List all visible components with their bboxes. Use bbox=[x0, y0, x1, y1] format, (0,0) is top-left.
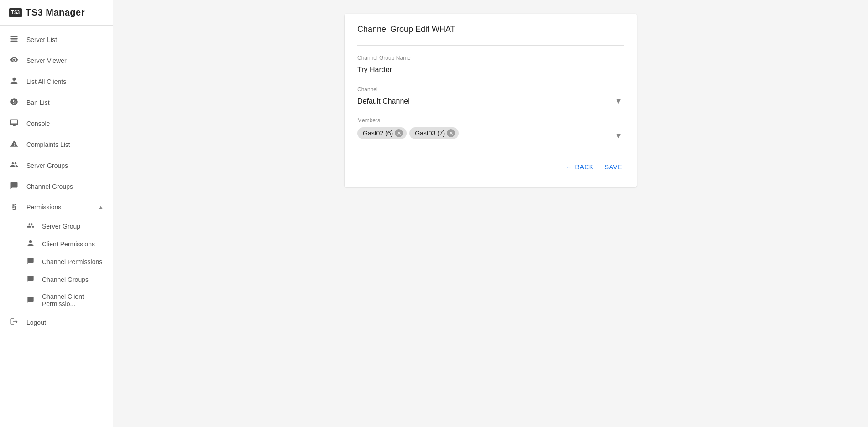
save-button[interactable]: SAVE bbox=[603, 160, 624, 174]
members-container: Gast02 (6) ✕ Gast03 (7) ✕ ▼ bbox=[357, 125, 624, 145]
sub-server-group-icon bbox=[26, 222, 36, 230]
svg-rect-2 bbox=[11, 41, 18, 42]
sidebar: TS3 TS3 Manager Server List Server Viewe… bbox=[0, 0, 113, 427]
channel-field: Channel Default Channel ▼ bbox=[357, 86, 624, 108]
card-title: Channel Group Edit WHAT bbox=[357, 25, 624, 34]
sidebar-label-server-groups: Server Groups bbox=[26, 162, 104, 169]
sidebar-item-channel-permissions[interactable]: Channel Permissions bbox=[0, 253, 113, 271]
sidebar-label-permissions: Permissions bbox=[26, 203, 91, 211]
channel-select[interactable]: Default Channel bbox=[357, 94, 624, 108]
sidebar-label-ban-list: Ban List bbox=[26, 99, 104, 106]
chip-close-0[interactable]: ✕ bbox=[395, 129, 403, 137]
member-chip-1: Gast03 (7) ✕ bbox=[409, 127, 459, 139]
back-arrow-icon: ← bbox=[566, 163, 573, 171]
member-chip-0: Gast02 (6) ✕ bbox=[357, 127, 407, 139]
sidebar-item-client-permissions[interactable]: Client Permissions bbox=[0, 235, 113, 253]
sidebar-label-list-all-clients: List All Clients bbox=[26, 78, 104, 85]
sidebar-item-server-group[interactable]: Server Group bbox=[0, 217, 113, 235]
name-input[interactable] bbox=[357, 63, 624, 77]
sidebar-item-channel-groups[interactable]: Channel Groups bbox=[0, 176, 113, 197]
sidebar-item-logout[interactable]: Logout bbox=[0, 312, 113, 333]
list-all-clients-icon bbox=[9, 77, 19, 87]
main-content: Channel Group Edit WHAT Channel Group Na… bbox=[113, 0, 868, 427]
members-label: Members bbox=[357, 117, 624, 124]
sidebar-label-console: Console bbox=[26, 120, 104, 127]
sidebar-item-channel-client-permissions[interactable]: Channel Client Permissio... bbox=[0, 288, 113, 312]
members-field: Members Gast02 (6) ✕ Gast03 (7) ✕ ▼ bbox=[357, 117, 624, 145]
sidebar-label-channel-permissions: Channel Permissions bbox=[42, 258, 104, 266]
sidebar-label-server-list: Server List bbox=[26, 36, 104, 43]
sidebar-label-channel-groups-sub: Channel Groups bbox=[42, 276, 104, 283]
sub-channel-permissions-icon bbox=[26, 257, 36, 266]
channel-group-edit-card: Channel Group Edit WHAT Channel Group Na… bbox=[345, 14, 637, 187]
chip-label-1: Gast03 (7) bbox=[415, 130, 445, 137]
sidebar-label-logout: Logout bbox=[26, 319, 104, 326]
console-icon bbox=[9, 119, 19, 129]
card-divider-top bbox=[357, 45, 624, 46]
back-button[interactable]: ← BACK bbox=[564, 160, 596, 174]
logo: TS3 TS3 Manager bbox=[0, 0, 113, 26]
sidebar-label-channel-client-permissions: Channel Client Permissio... bbox=[42, 293, 104, 307]
sidebar-item-list-all-clients[interactable]: List All Clients bbox=[0, 71, 113, 92]
ban-list-icon bbox=[9, 98, 19, 108]
chip-close-1[interactable]: ✕ bbox=[447, 129, 455, 137]
channel-label: Channel bbox=[357, 86, 624, 93]
sidebar-label-client-permissions: Client Permissions bbox=[42, 240, 104, 248]
card-actions: ← BACK SAVE bbox=[357, 160, 624, 174]
chip-label-0: Gast02 (6) bbox=[363, 130, 393, 137]
sub-channel-client-icon bbox=[26, 296, 36, 305]
sidebar-item-complaints-list[interactable]: Complaints List bbox=[0, 134, 113, 155]
sidebar-item-channel-groups-sub[interactable]: Channel Groups bbox=[0, 271, 113, 288]
server-list-icon bbox=[9, 35, 19, 45]
sidebar-item-server-groups[interactable]: Server Groups bbox=[0, 155, 113, 176]
permissions-chevron-icon: ▲ bbox=[98, 204, 104, 210]
sub-client-permissions-icon bbox=[26, 240, 36, 248]
channel-group-name-field: Channel Group Name bbox=[357, 55, 624, 77]
sidebar-item-server-list[interactable]: Server List bbox=[0, 29, 113, 50]
permissions-icon: § bbox=[9, 203, 19, 212]
sidebar-label-server-viewer: Server Viewer bbox=[26, 57, 104, 64]
sidebar-item-server-viewer[interactable]: Server Viewer bbox=[0, 50, 113, 71]
sidebar-label-complaints-list: Complaints List bbox=[26, 141, 104, 148]
server-groups-icon bbox=[9, 161, 19, 171]
server-viewer-icon bbox=[9, 56, 19, 66]
sidebar-item-ban-list[interactable]: Ban List bbox=[0, 92, 113, 113]
sub-channel-groups-icon bbox=[26, 275, 36, 284]
logout-icon bbox=[9, 318, 19, 328]
save-label: SAVE bbox=[605, 163, 622, 171]
name-label: Channel Group Name bbox=[357, 55, 624, 61]
complaints-list-icon bbox=[9, 140, 19, 150]
sidebar-label-server-group: Server Group bbox=[42, 223, 104, 230]
logo-icon: TS3 bbox=[9, 8, 22, 17]
members-chips: Gast02 (6) ✕ Gast03 (7) ✕ bbox=[357, 125, 624, 141]
svg-rect-1 bbox=[11, 38, 18, 40]
sidebar-item-console[interactable]: Console bbox=[0, 113, 113, 134]
sidebar-item-permissions[interactable]: § Permissions ▲ bbox=[0, 197, 113, 217]
sidebar-label-channel-groups: Channel Groups bbox=[26, 183, 104, 190]
back-label: BACK bbox=[575, 163, 594, 171]
logo-text: TS3 Manager bbox=[26, 7, 85, 18]
svg-rect-0 bbox=[11, 36, 18, 37]
channel-groups-icon bbox=[9, 182, 19, 192]
channel-select-wrapper: Default Channel ▼ bbox=[357, 94, 624, 108]
sidebar-nav: Server List Server Viewer List All Clien… bbox=[0, 26, 113, 427]
